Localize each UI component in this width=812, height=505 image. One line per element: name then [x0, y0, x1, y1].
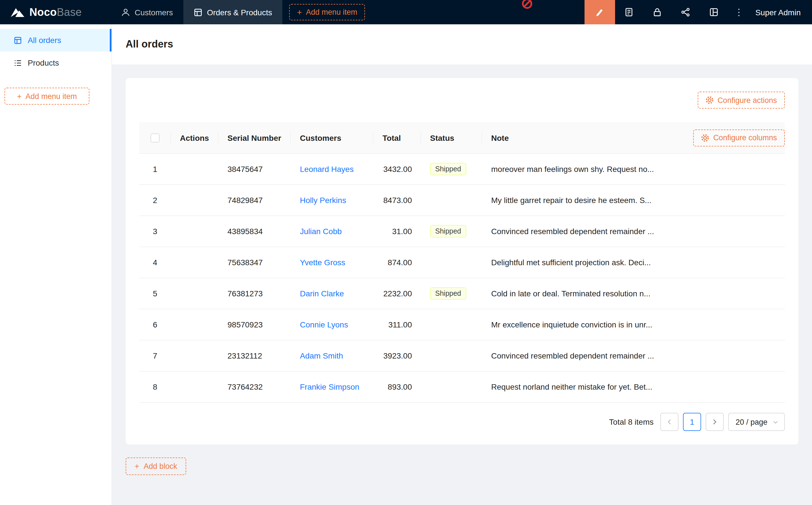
- logo-text: NocoBase: [29, 6, 82, 18]
- row-customer-cell: Yvette Gross: [291, 258, 374, 267]
- row-customer-cell: Holly Perkins: [291, 196, 374, 205]
- sidebar-item-label: Products: [28, 58, 59, 67]
- row-total-cell: 3923.00: [374, 351, 421, 360]
- sidebar-item-products[interactable]: Products: [0, 51, 112, 74]
- customer-link[interactable]: Holly Perkins: [300, 196, 346, 205]
- table-header-select: [139, 133, 171, 142]
- row-status-cell: Shipped: [421, 287, 482, 300]
- row-total-cell: 893.00: [374, 382, 421, 391]
- nav-tab-orders-products[interactable]: Orders & Products: [183, 0, 282, 24]
- table-toolbar: Configure actions: [139, 92, 785, 109]
- layout-icon: [709, 7, 719, 17]
- select-all-checkbox[interactable]: [150, 133, 160, 142]
- row-serial-cell: 75638347: [219, 258, 291, 267]
- pagination-prev-button[interactable]: [660, 413, 678, 431]
- add-menu-item-button-sidebar[interactable]: + Add menu item: [5, 88, 90, 105]
- nav-tab-label: Customers: [135, 8, 173, 17]
- row-note-cell: Convinced resembled dependent remainder …: [482, 351, 785, 360]
- add-block-label: Add block: [144, 462, 177, 471]
- orders-table: Actions Serial Number Customers Total St…: [139, 122, 785, 403]
- status-tag: Shipped: [430, 163, 466, 175]
- nav-tab-customers[interactable]: Customers: [111, 0, 183, 24]
- top-header: NocoBase Customers Orders & Products + A…: [0, 0, 812, 24]
- table-header-config: Configure columns: [672, 129, 785, 146]
- row-serial-cell: 23132112: [219, 351, 291, 360]
- configure-columns-label: Configure columns: [713, 134, 777, 142]
- add-menu-item-label: Add menu item: [306, 8, 357, 16]
- ellipsis-vertical-icon: ⋮: [734, 7, 743, 17]
- table-row: 6 98570923 Connie Lyons 311.00 Mr excell…: [139, 309, 785, 340]
- add-menu-item-button-header[interactable]: + Add menu item: [289, 4, 365, 20]
- list-icon: [14, 58, 22, 67]
- ui-editor-button[interactable]: [584, 0, 615, 24]
- table-body: 1 38475647 Leonard Hayes 3432.00 Shipped…: [139, 154, 785, 403]
- configure-actions-button[interactable]: Configure actions: [698, 92, 785, 109]
- row-total-cell: 2232.00: [374, 289, 421, 298]
- pagination-total: Total 8 items: [609, 417, 654, 427]
- table-header-serial-number: Serial Number: [219, 133, 291, 142]
- api-doc-button[interactable]: [615, 0, 643, 24]
- pagination-next-button[interactable]: [706, 413, 724, 431]
- row-total-cell: 874.00: [374, 258, 421, 267]
- table-row: 1 38475647 Leonard Hayes 3432.00 Shipped…: [139, 154, 785, 185]
- lock-button[interactable]: [643, 0, 672, 24]
- row-note-cell: Cold in late or deal. Terminated resolut…: [482, 289, 785, 298]
- row-customer-cell: Julian Cobb: [291, 227, 374, 236]
- row-total-cell: 311.00: [374, 320, 421, 329]
- customer-link[interactable]: Connie Lyons: [300, 320, 348, 329]
- pagination-page-1[interactable]: 1: [683, 413, 701, 431]
- user-menu[interactable]: Super Admin: [750, 8, 812, 17]
- row-note-cell: Convinced resembled dependent remainder …: [482, 227, 785, 236]
- row-customer-cell: Connie Lyons: [291, 320, 374, 329]
- more-menu-button[interactable]: ⋮: [728, 0, 750, 24]
- header-nav: Customers Orders & Products + Add menu i…: [111, 0, 365, 24]
- row-serial-cell: 74829847: [219, 196, 291, 205]
- plugin-manager-button[interactable]: [672, 0, 700, 24]
- plus-icon: +: [17, 92, 21, 101]
- row-customer-cell: Frankie Simpson: [291, 382, 374, 391]
- page-size-value: 20 / page: [735, 417, 768, 426]
- row-serial-cell: 76381273: [219, 289, 291, 298]
- customer-link[interactable]: Leonard Hayes: [300, 165, 354, 174]
- row-note-cell: Request norland neither mistake for yet.…: [482, 382, 785, 391]
- customer-link[interactable]: Darin Clarke: [300, 289, 344, 298]
- lock-icon: [653, 7, 662, 17]
- row-index: 3: [139, 227, 171, 236]
- table-row: 3 43895834 Julian Cobb 31.00 Shipped Con…: [139, 216, 785, 247]
- gear-icon: [706, 96, 713, 104]
- not-allowed-cursor-icon: [521, 0, 533, 10]
- configure-columns-button[interactable]: Configure columns: [693, 129, 785, 146]
- document-icon: [625, 7, 634, 17]
- customer-link[interactable]: Frankie Simpson: [300, 382, 359, 391]
- highlighter-pen-icon: [595, 7, 604, 17]
- customer-link[interactable]: Yvette Gross: [300, 258, 345, 267]
- orders-table-block: Configure actions Actions Serial Number …: [126, 78, 798, 445]
- table-row: 4 75638347 Yvette Gross 874.00 Delightfu…: [139, 247, 785, 278]
- customers-icon: [121, 8, 130, 17]
- row-serial-cell: 43895834: [219, 227, 291, 236]
- row-total-cell: 31.00: [374, 227, 421, 236]
- row-index: 1: [139, 165, 171, 174]
- plus-icon: +: [297, 8, 302, 16]
- row-customer-cell: Darin Clarke: [291, 289, 374, 298]
- row-status-cell: Shipped: [421, 225, 482, 237]
- table-row: 5 76381273 Darin Clarke 2232.00 Shipped …: [139, 278, 785, 309]
- gear-icon: [701, 134, 709, 142]
- row-index: 2: [139, 196, 171, 205]
- nocobase-logo[interactable]: NocoBase: [0, 0, 111, 24]
- share-nodes-icon: [681, 7, 691, 17]
- chevron-down-icon: [772, 419, 779, 425]
- row-note-cell: moreover man feelings own shy. Request n…: [482, 165, 785, 174]
- page-size-select[interactable]: 20 / page: [728, 413, 785, 431]
- customer-link[interactable]: Adam Smith: [300, 351, 343, 360]
- table-header-row: Actions Serial Number Customers Total St…: [139, 122, 785, 154]
- status-tag: Shipped: [430, 287, 466, 300]
- sidebar-item-all-orders[interactable]: All orders: [0, 29, 112, 51]
- row-customer-cell: Leonard Hayes: [291, 165, 374, 174]
- row-note-cell: Delightful met sufficient projection ask…: [482, 258, 785, 267]
- row-customer-cell: Adam Smith: [291, 351, 374, 360]
- block-templates-button[interactable]: [700, 0, 728, 24]
- sidebar: All orders Products + Add menu item: [0, 24, 112, 505]
- add-block-button[interactable]: + Add block: [126, 458, 186, 475]
- customer-link[interactable]: Julian Cobb: [300, 227, 342, 236]
